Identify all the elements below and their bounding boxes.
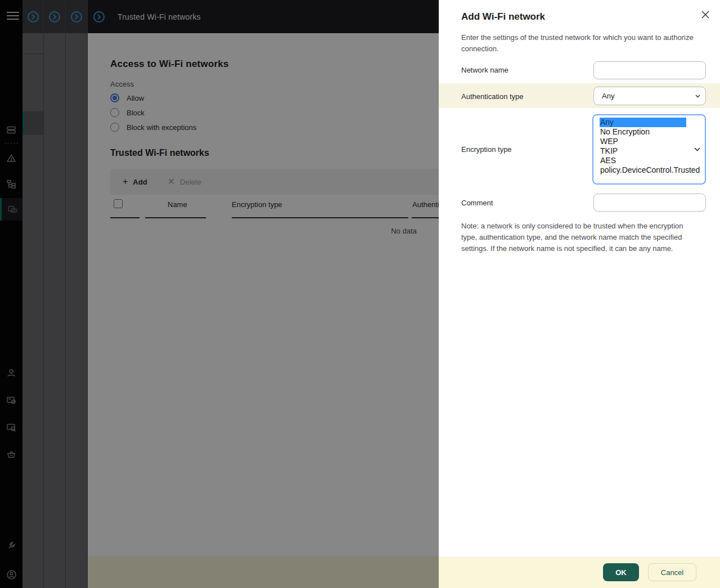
encryption-option-aes[interactable]: AES bbox=[593, 156, 705, 165]
comment-label: Comment bbox=[461, 199, 493, 207]
panel-description: Enter the settings of the trusted networ… bbox=[461, 32, 698, 55]
encryption-option-no-encryption[interactable]: No Encryption bbox=[593, 127, 705, 137]
chevron-down-icon bbox=[695, 95, 700, 98]
panel-title: Add Wi-Fi network bbox=[461, 11, 545, 23]
encryption-option-wep[interactable]: WEP bbox=[593, 137, 705, 146]
network-name-input[interactable] bbox=[593, 61, 706, 79]
encryption-option-policy[interactable]: policy.DeviceControl.Trusted bbox=[593, 165, 705, 175]
cancel-button[interactable]: Cancel bbox=[648, 563, 696, 581]
app-root: Trusted Wi-Fi networks Access to Wi-Fi n… bbox=[0, 0, 720, 588]
modal-overlay[interactable] bbox=[0, 0, 439, 588]
authentication-type-select[interactable]: Any bbox=[593, 87, 706, 105]
authentication-type-value: Any bbox=[602, 92, 614, 100]
add-wifi-panel: Add Wi-Fi network Enter the settings of … bbox=[439, 0, 720, 588]
panel-footer: OK Cancel bbox=[439, 557, 720, 588]
panel-note: Note: a network is only considered to be… bbox=[461, 221, 699, 254]
chevron-down-icon bbox=[694, 147, 700, 151]
network-name-label: Network name bbox=[461, 66, 508, 74]
authentication-type-label: Authentication type bbox=[461, 92, 524, 101]
encryption-type-listbox[interactable]: Any No Encryption WEP TKIP AES policy.De… bbox=[592, 114, 706, 185]
encryption-type-label: Encryption type bbox=[461, 145, 512, 154]
encryption-option-tkip[interactable]: TKIP bbox=[593, 146, 705, 156]
comment-input[interactable] bbox=[593, 194, 706, 212]
encryption-option-any[interactable]: Any bbox=[600, 118, 686, 127]
ok-button[interactable]: OK bbox=[603, 563, 639, 581]
close-icon[interactable] bbox=[700, 10, 710, 20]
